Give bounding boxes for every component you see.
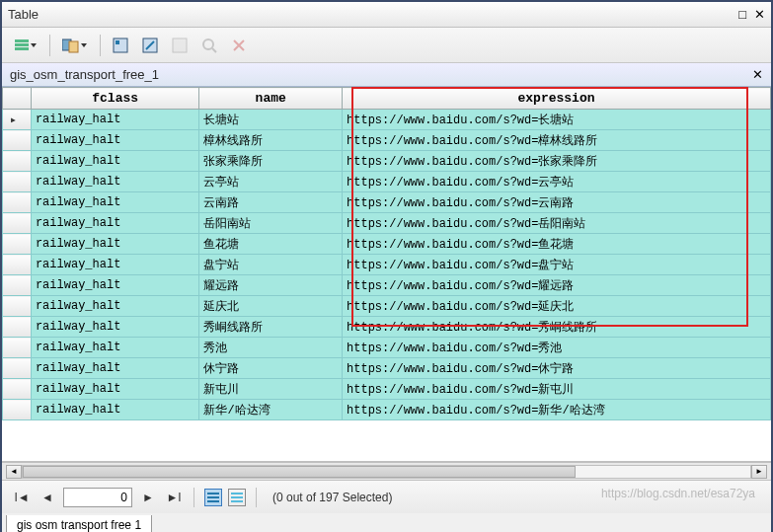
scroll-right-icon[interactable]: ► <box>751 465 767 479</box>
cell-expression[interactable]: https://www.baidu.com/s?wd=新华/哈达湾 <box>343 400 771 420</box>
delete-selection-button[interactable] <box>227 35 251 56</box>
cell-fclass[interactable]: railway_halt <box>31 192 198 213</box>
cell-fclass[interactable]: railway_halt <box>31 317 198 338</box>
cell-name[interactable]: 樟林线路所 <box>199 130 343 151</box>
cell-name[interactable]: 新屯川 <box>199 379 343 400</box>
cell-expression[interactable]: https://www.baidu.com/s?wd=岳阳南站 <box>343 213 771 234</box>
cell-name[interactable]: 鱼花塘 <box>199 234 343 255</box>
cell-name[interactable]: 耀远路 <box>199 275 343 296</box>
scrollbar-thumb[interactable] <box>23 466 576 478</box>
column-header-expression[interactable]: expression <box>343 88 771 110</box>
next-record-button[interactable]: ► <box>138 488 158 507</box>
row-selector[interactable] <box>3 192 32 213</box>
cell-name[interactable]: 岳阳南站 <box>199 213 343 234</box>
row-selector[interactable] <box>3 213 32 234</box>
show-selected-records-button[interactable] <box>228 489 246 506</box>
layer-close-icon[interactable]: ✕ <box>752 67 763 82</box>
cell-fclass[interactable]: railway_halt <box>31 110 198 130</box>
cell-name[interactable]: 长塘站 <box>199 110 343 130</box>
record-position-input[interactable] <box>63 488 132 507</box>
table-row[interactable]: railway_halt延庆北https://www.baidu.com/s?w… <box>3 296 771 317</box>
cell-fclass[interactable]: railway_halt <box>31 296 198 317</box>
cell-expression[interactable]: https://www.baidu.com/s?wd=鱼花塘 <box>343 234 771 255</box>
table-row[interactable]: railway_halt长塘站https://www.baidu.com/s?w… <box>3 110 771 130</box>
table-row[interactable]: railway_halt云南路https://www.baidu.com/s?w… <box>3 192 771 213</box>
first-record-button[interactable]: I◄ <box>12 488 32 507</box>
row-selector[interactable] <box>3 110 32 130</box>
cell-expression[interactable]: https://www.baidu.com/s?wd=张家乘降所 <box>343 151 771 172</box>
cell-name[interactable]: 新华/哈达湾 <box>199 400 343 420</box>
table-row[interactable]: railway_halt樟林线路所https://www.baidu.com/s… <box>3 130 771 151</box>
table-row[interactable]: railway_halt张家乘降所https://www.baidu.com/s… <box>3 151 771 172</box>
zoom-selection-button[interactable] <box>197 35 221 56</box>
scroll-left-icon[interactable]: ◄ <box>6 465 22 479</box>
cell-expression[interactable]: https://www.baidu.com/s?wd=休宁路 <box>343 358 771 379</box>
row-selector[interactable] <box>3 358 32 379</box>
cell-fclass[interactable]: railway_halt <box>31 130 198 151</box>
cell-expression[interactable]: https://www.baidu.com/s?wd=秀池 <box>343 338 771 358</box>
table-row[interactable]: railway_halt盘宁站https://www.baidu.com/s?w… <box>3 255 771 275</box>
column-header-name[interactable]: name <box>199 88 343 110</box>
cell-expression[interactable]: https://www.baidu.com/s?wd=云南路 <box>343 192 771 213</box>
cell-fclass[interactable]: railway_halt <box>31 172 198 192</box>
cell-name[interactable]: 张家乘降所 <box>199 151 343 172</box>
cell-expression[interactable]: https://www.baidu.com/s?wd=耀远路 <box>343 275 771 296</box>
clear-selection-button[interactable] <box>168 35 192 56</box>
table-row[interactable]: railway_halt休宁路https://www.baidu.com/s?w… <box>3 358 771 379</box>
column-header-fclass[interactable]: fclass <box>31 88 198 110</box>
table-row[interactable]: railway_halt秀峒线路所https://www.baidu.com/s… <box>3 317 771 338</box>
cell-fclass[interactable]: railway_halt <box>31 234 198 255</box>
layer-tab[interactable]: gis osm transport free 1 <box>6 515 152 532</box>
table-row[interactable]: railway_halt云亭站https://www.baidu.com/s?w… <box>3 172 771 192</box>
table-row[interactable]: railway_halt新华/哈达湾https://www.baidu.com/… <box>3 400 771 420</box>
show-all-records-button[interactable] <box>204 489 222 506</box>
maximize-icon[interactable]: □ <box>738 7 746 22</box>
row-selector[interactable] <box>3 379 32 400</box>
table-row[interactable]: railway_halt岳阳南站https://www.baidu.com/s?… <box>3 213 771 234</box>
row-selector[interactable] <box>3 234 32 255</box>
cell-fclass[interactable]: railway_halt <box>31 255 198 275</box>
cell-fclass[interactable]: railway_halt <box>31 275 198 296</box>
row-selector[interactable] <box>3 130 32 151</box>
cell-name[interactable]: 盘宁站 <box>199 255 343 275</box>
cell-expression[interactable]: https://www.baidu.com/s?wd=盘宁站 <box>343 255 771 275</box>
cell-name[interactable]: 延庆北 <box>199 296 343 317</box>
cell-expression[interactable]: https://www.baidu.com/s?wd=长塘站 <box>343 110 771 130</box>
cell-name[interactable]: 云南路 <box>199 192 343 213</box>
related-tables-button[interactable] <box>58 35 92 56</box>
row-selector-header[interactable] <box>3 88 32 110</box>
cell-name[interactable]: 云亭站 <box>199 172 343 192</box>
row-selector[interactable] <box>3 275 32 296</box>
cell-name[interactable]: 休宁路 <box>199 358 343 379</box>
cell-name[interactable]: 秀峒线路所 <box>199 317 343 338</box>
horizontal-scrollbar[interactable]: ◄ ► <box>2 462 771 480</box>
row-selector[interactable] <box>3 296 32 317</box>
row-selector[interactable] <box>3 255 32 275</box>
cell-name[interactable]: 秀池 <box>199 338 343 358</box>
cell-fclass[interactable]: railway_halt <box>31 213 198 234</box>
cell-fclass[interactable]: railway_halt <box>31 400 198 420</box>
cell-expression[interactable]: https://www.baidu.com/s?wd=新屯川 <box>343 379 771 400</box>
switch-selection-button[interactable] <box>138 35 162 56</box>
cell-fclass[interactable]: railway_halt <box>31 358 198 379</box>
cell-fclass[interactable]: railway_halt <box>31 151 198 172</box>
row-selector[interactable] <box>3 400 32 420</box>
prev-record-button[interactable]: ◄ <box>38 488 57 507</box>
table-row[interactable]: railway_halt秀池https://www.baidu.com/s?wd… <box>3 338 771 358</box>
table-row[interactable]: railway_halt新屯川https://www.baidu.com/s?w… <box>3 379 771 400</box>
row-selector[interactable] <box>3 172 32 192</box>
select-by-attributes-button[interactable] <box>109 35 132 56</box>
cell-expression[interactable]: https://www.baidu.com/s?wd=秀峒线路所 <box>343 317 771 338</box>
row-selector[interactable] <box>3 338 32 358</box>
cell-expression[interactable]: https://www.baidu.com/s?wd=延庆北 <box>343 296 771 317</box>
cell-expression[interactable]: https://www.baidu.com/s?wd=樟林线路所 <box>343 130 771 151</box>
close-icon[interactable]: ✕ <box>754 7 765 22</box>
cell-fclass[interactable]: railway_halt <box>31 338 198 358</box>
table-row[interactable]: railway_halt耀远路https://www.baidu.com/s?w… <box>3 275 771 296</box>
cell-fclass[interactable]: railway_halt <box>31 379 198 400</box>
row-selector[interactable] <box>3 317 32 338</box>
last-record-button[interactable]: ►I <box>164 488 184 507</box>
cell-expression[interactable]: https://www.baidu.com/s?wd=云亭站 <box>343 172 771 192</box>
table-row[interactable]: railway_halt鱼花塘https://www.baidu.com/s?w… <box>3 234 771 255</box>
row-selector[interactable] <box>3 151 32 172</box>
